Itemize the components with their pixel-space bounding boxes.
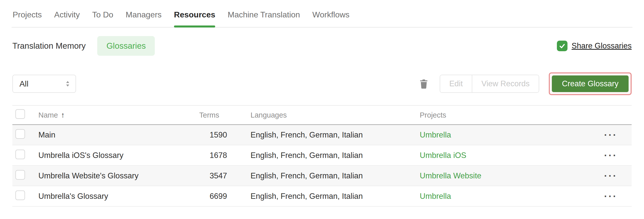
edit-button[interactable]: Edit	[440, 75, 472, 92]
row-menu-button[interactable]: ···	[604, 191, 617, 201]
glossary-filter-select[interactable]: All	[12, 75, 76, 93]
column-header-name[interactable]: Name ↑	[38, 111, 199, 119]
tab-glossaries[interactable]: Glossaries	[97, 36, 155, 56]
active-tab-underline	[174, 25, 215, 28]
trash-icon	[419, 78, 429, 89]
table-row: Umbrella Website's Glossary 3547 English…	[12, 166, 632, 186]
glossary-terms-count: 6699	[199, 192, 227, 201]
glossary-languages: English, French, German, Italian	[227, 171, 420, 180]
share-glossaries-checkbox[interactable]	[557, 41, 567, 51]
checkmark-icon	[559, 42, 566, 49]
tab-resources[interactable]: Resources	[174, 10, 215, 27]
toolbar-actions: Edit View Records Create Glossary	[417, 72, 632, 95]
tab-activity[interactable]: Activity	[54, 10, 80, 27]
glossary-filter-value: All	[19, 79, 29, 89]
top-navigation: Projects Activity To Do Managers Resourc…	[12, 0, 632, 28]
delete-glossary-button[interactable]	[417, 77, 430, 91]
tab-projects[interactable]: Projects	[13, 10, 42, 27]
create-glossary-button[interactable]: Create Glossary	[552, 75, 629, 92]
share-glossaries-label[interactable]: Share Glossaries	[572, 41, 632, 50]
row-menu-button[interactable]: ···	[604, 171, 617, 181]
tab-translation-memory[interactable]: Translation Memory	[12, 41, 86, 51]
resources-subtabs: Translation Memory Glossaries	[12, 36, 155, 56]
table-row: Umbrella's Glossary 6699 English, French…	[12, 186, 632, 207]
glossary-name: Umbrella Website's Glossary	[38, 171, 199, 180]
row-menu-button[interactable]: ···	[604, 151, 617, 160]
glossary-name: Umbrella iOS's Glossary	[38, 151, 199, 160]
share-glossaries-toggle[interactable]: Share Glossaries	[557, 41, 632, 51]
glossary-action-group: Edit View Records	[440, 75, 539, 93]
resources-subnav: Translation Memory Glossaries Share Glos…	[12, 36, 632, 56]
row-checkbox[interactable]	[15, 190, 25, 200]
glossary-languages: English, French, German, Italian	[227, 151, 420, 160]
sort-ascending-icon: ↑	[61, 111, 65, 119]
row-checkbox[interactable]	[15, 150, 25, 159]
glossary-languages: English, French, German, Italian	[227, 192, 420, 201]
glossaries-table: Name ↑ Terms Languages Projects Main 159…	[12, 105, 632, 207]
tab-machine-translation[interactable]: Machine Translation	[228, 10, 300, 27]
column-header-terms: Terms	[199, 111, 227, 119]
glossary-terms-count: 1590	[199, 130, 227, 140]
select-stepper-icon	[65, 80, 70, 87]
project-link[interactable]: Umbrella Website	[420, 171, 481, 180]
tab-todo[interactable]: To Do	[92, 10, 113, 27]
glossary-name: Main	[38, 130, 199, 140]
select-all-checkbox[interactable]	[15, 109, 25, 119]
project-link[interactable]: Umbrella iOS	[420, 151, 466, 160]
table-row: Main 1590 English, French, German, Itali…	[12, 125, 632, 145]
table-header-row: Name ↑ Terms Languages Projects	[12, 106, 632, 125]
column-header-languages: Languages	[227, 111, 420, 119]
row-checkbox[interactable]	[15, 170, 25, 180]
tab-workflows[interactable]: Workflows	[312, 10, 350, 27]
row-menu-button[interactable]: ···	[604, 130, 617, 140]
project-link[interactable]: Umbrella	[420, 192, 451, 201]
glossary-languages: English, French, German, Italian	[227, 130, 420, 140]
column-header-projects: Projects	[420, 111, 593, 119]
create-glossary-highlight: Create Glossary	[549, 72, 632, 95]
tab-managers[interactable]: Managers	[126, 10, 162, 27]
glossaries-page: Projects Activity To Do Managers Resourc…	[0, 0, 644, 219]
table-row: Umbrella iOS's Glossary 1678 English, Fr…	[12, 145, 632, 166]
glossary-name: Umbrella's Glossary	[38, 192, 199, 201]
glossary-terms-count: 3547	[199, 171, 227, 180]
project-link[interactable]: Umbrella	[420, 130, 451, 139]
glossary-terms-count: 1678	[199, 151, 227, 160]
row-checkbox[interactable]	[15, 129, 25, 139]
view-records-button[interactable]: View Records	[472, 75, 539, 92]
glossaries-toolbar: All Edit View Records Create Glossary	[12, 72, 632, 95]
